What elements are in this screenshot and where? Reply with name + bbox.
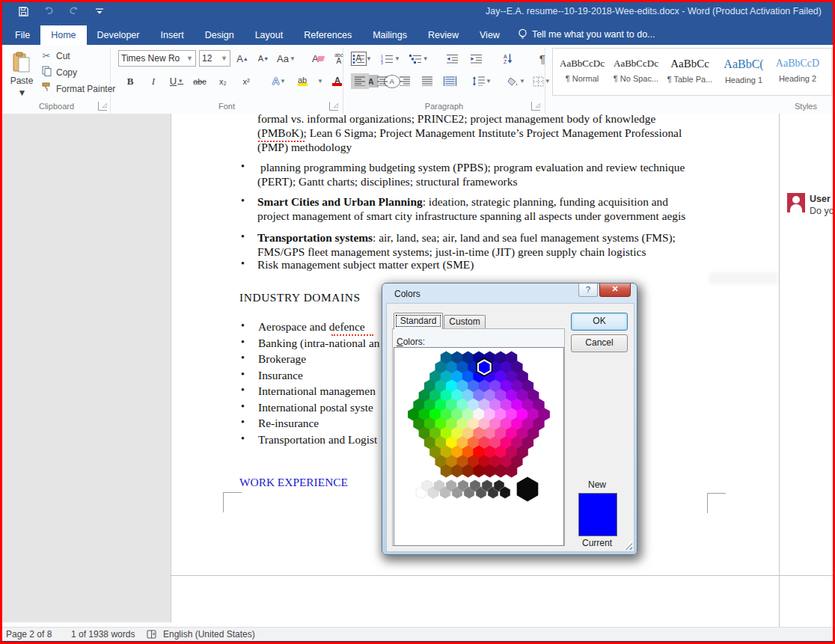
ribbon-tab-layout[interactable]: Layout <box>245 25 294 45</box>
style-item--no-spac-[interactable]: AaBbCcDc¶ No Spac... <box>610 49 662 93</box>
proofing-errors-icon[interactable] <box>147 630 156 642</box>
font-size-combo[interactable]: 12 ▼ <box>199 50 230 67</box>
cut-button[interactable]: ✂ Cut <box>40 49 115 62</box>
font-name-combo[interactable]: Times New Ro ▼ <box>118 50 196 67</box>
sort-button[interactable]: AZ <box>499 51 517 67</box>
dialog-close-button[interactable]: ✕ <box>599 283 631 297</box>
style-sample-text: AaBbCcDc <box>610 58 662 70</box>
ribbon-tab-file[interactable]: File <box>4 25 40 45</box>
align-center-button[interactable] <box>373 73 391 89</box>
styles-group-label: Styles <box>795 102 817 111</box>
paragraph-dialog-launcher[interactable]: ◿ <box>531 102 540 111</box>
clipboard-dialog-launcher[interactable]: ◿ <box>98 102 107 111</box>
format-painter-button[interactable]: Format Painter <box>40 82 115 95</box>
style-name-label: Heading 2 <box>771 74 824 83</box>
ribbon-tab-insert[interactable]: Insert <box>150 25 194 45</box>
black-hex[interactable] <box>517 477 539 502</box>
paragraph-group-label: Paragraph <box>345 102 543 111</box>
justify-button[interactable] <box>418 73 436 89</box>
superscript-button[interactable]: x² <box>237 73 255 89</box>
dialog-tab-custom[interactable]: Custom <box>444 315 486 329</box>
page-indicator[interactable]: Page 2 of 8 <box>6 629 52 640</box>
style-item-heading-2[interactable]: AaBbCcDHeading 2 <box>771 49 824 93</box>
align-left-button[interactable] <box>351 73 369 89</box>
list-bullet: • <box>241 417 245 429</box>
style-item-heading-1[interactable]: AaBbC(Heading 1 <box>718 49 770 93</box>
bullets-icon <box>352 54 365 64</box>
shading-button[interactable]: ▼ <box>505 73 527 89</box>
ribbon-tab-mailings[interactable]: Mailings <box>362 25 418 45</box>
borders-icon <box>533 76 544 87</box>
paste-dropdown-caret[interactable]: ▼ <box>18 88 27 98</box>
style-item--table-pa-[interactable]: AaBbCc¶ Table Pa... <box>664 49 716 93</box>
dialog-resize-grip[interactable] <box>623 541 632 550</box>
ribbon-tab-design[interactable]: Design <box>195 25 245 45</box>
customize-quick-access-icon[interactable] <box>93 4 106 18</box>
increase-indent-button[interactable] <box>468 51 486 67</box>
style-item-partial[interactable]: A <box>825 49 832 93</box>
subscript-button[interactable]: x₂ <box>214 73 232 89</box>
cut-icon: ✂ <box>40 50 52 61</box>
strikethrough-button[interactable]: abc <box>191 73 209 89</box>
word-count[interactable]: 1 of 1938 words <box>71 629 135 640</box>
copy-button[interactable]: Copy <box>40 66 115 79</box>
ok-button[interactable]: OK <box>571 313 628 331</box>
language-indicator[interactable]: English (United States) <box>163 629 255 640</box>
undo-icon[interactable] <box>42 4 55 18</box>
document-text-line: International managemen <box>258 384 376 398</box>
distribute-button[interactable] <box>441 73 459 89</box>
color-honeycomb[interactable] <box>394 348 563 545</box>
ribbon-tab-review[interactable]: Review <box>418 25 469 45</box>
dialog-tab-standard[interactable]: Standard <box>394 313 443 329</box>
underline-button[interactable]: U▼ <box>168 73 186 89</box>
redo-icon[interactable] <box>67 4 81 18</box>
format-painter-icon <box>40 82 52 95</box>
ribbon-tab-references[interactable]: References <box>293 25 362 45</box>
shrink-font-button[interactable]: A▼ <box>254 51 272 67</box>
clipboard-group-label: Clipboard <box>3 102 110 111</box>
paste-button[interactable]: Paste ▼ <box>6 49 37 108</box>
highlight-color-button[interactable]: ab <box>293 73 311 89</box>
distribute-icon <box>444 76 456 86</box>
standard-color-picker[interactable] <box>394 347 564 546</box>
ribbon-tab-developer[interactable]: Developer <box>87 25 150 45</box>
font-dialog-launcher[interactable]: ◿ <box>329 102 338 111</box>
align-center-icon <box>377 76 388 86</box>
multilevel-list-button[interactable]: ▼ <box>408 51 430 67</box>
change-case-button[interactable]: Aa▼ <box>275 51 297 67</box>
clear-formatting-button[interactable]: A <box>309 51 327 67</box>
colors-dialog[interactable]: Colors ? ✕ StandardCustom Colors: OK Can… <box>382 283 637 555</box>
bold-button[interactable]: B <box>121 73 139 89</box>
bullets-button[interactable]: ▼ <box>351 51 373 67</box>
style-item--normal[interactable]: AaBbCcDc¶ Normal <box>556 49 608 93</box>
highlight-color-bar <box>298 83 308 86</box>
font-color-button[interactable]: A <box>328 73 346 89</box>
align-right-icon <box>400 76 411 86</box>
comment-text[interactable]: Do you <box>810 206 835 216</box>
numbering-button[interactable]: 123▼ <box>379 51 402 67</box>
align-right-button[interactable] <box>396 73 414 89</box>
status-bar: Page 2 of 8 1 of 1938 words English (Uni… <box>0 627 835 642</box>
ribbon-tab-view[interactable]: View <box>469 25 510 45</box>
justify-icon <box>422 76 433 86</box>
numbering-icon: 123 <box>381 54 394 64</box>
grow-font-button[interactable]: A▲ <box>233 51 251 67</box>
document-text-line: Transportation systems: air, land, sea; … <box>257 231 676 245</box>
line-spacing-button[interactable]: ▼ <box>471 73 493 89</box>
font-size-caret: ▼ <box>221 55 227 62</box>
style-name-label: ¶ Normal <box>556 74 608 83</box>
cancel-button[interactable]: Cancel <box>571 334 628 352</box>
new-color-swatch <box>579 494 617 515</box>
ribbon-tab-home[interactable]: Home <box>40 25 86 45</box>
decrease-indent-button[interactable] <box>444 51 462 67</box>
dialog-help-button[interactable]: ? <box>578 283 598 297</box>
style-sample-text: A <box>825 58 832 77</box>
save-icon[interactable] <box>16 4 30 18</box>
document-text-line: Transportation and Logist <box>258 433 377 447</box>
new-current-swatch <box>578 493 617 536</box>
current-color-label: Current <box>571 538 623 548</box>
text-effects-button[interactable]: A▼ <box>270 73 288 89</box>
tell-me-box[interactable]: Tell me what you want to do... <box>510 24 663 45</box>
paint-bucket-icon <box>507 76 519 87</box>
italic-button[interactable]: I <box>144 73 162 89</box>
